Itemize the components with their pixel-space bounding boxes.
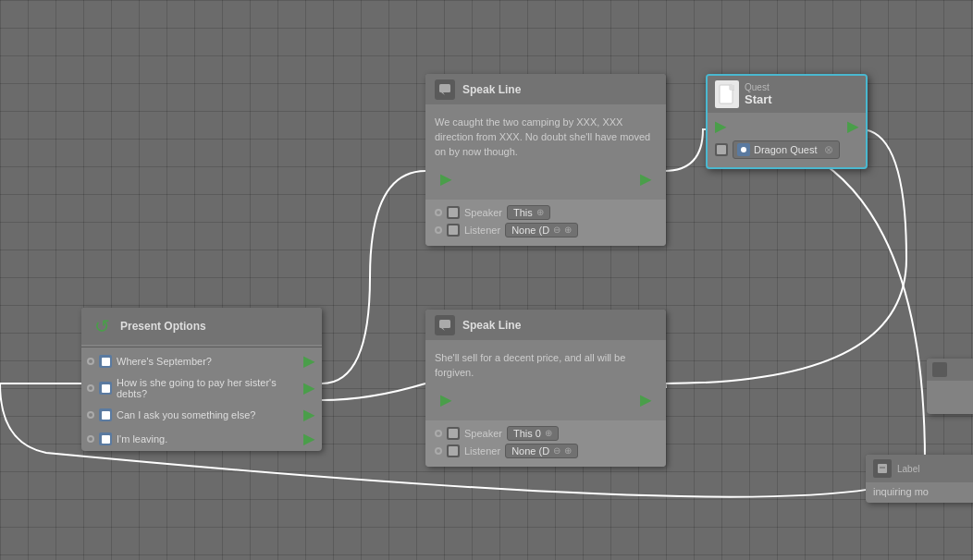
svg-rect-14 [449,429,458,438]
option-item-1: How is she going to pay her sister's deb… [81,373,322,403]
speaker-field-icon-top [447,206,460,219]
speak-line-bottom-footer: Speaker This 0 ⊕ Listener None (D ⊖ ⊕ [425,420,666,467]
speaker-label-bottom: Speaker [464,428,502,439]
quest-body: ▶ ▶ Dragon Quest ⊗ [708,113,866,167]
label-node: Label inquiring mo [866,455,973,503]
option-arrow-0: ▶ [303,353,314,370]
option-icon-3 [99,432,112,445]
quest-node: Quest Start ▶ ▶ Dragon Quest ⊗ [706,74,868,169]
options-list: Where's September? ▶ How is she going to… [81,347,322,451]
quest-label: Quest [745,82,772,92]
listener-dot-bottom [435,447,442,455]
label-body: inquiring mo [866,482,973,503]
option-arrow-2: ▶ [303,407,314,423]
dragon-quest-remove[interactable]: ⊗ [824,143,833,156]
speak-line-top-right-arrow: ▶ [640,169,651,189]
svg-rect-5 [730,85,734,90]
partial-node-icon [932,362,947,377]
speak-line-bottom-speaker-row: Speaker This 0 ⊕ [435,426,657,441]
speaker-field-icon-bottom [447,427,460,440]
option-text-3: I'm leaving. [117,433,299,444]
dragon-quest-tag[interactable]: Dragon Quest ⊗ [733,140,840,159]
options-title: Present Options [120,320,206,333]
svg-rect-11 [102,435,110,444]
speak-line-top-speaker-row: Speaker This ⊕ [435,205,657,220]
speak-line-bottom-icon [435,315,455,335]
speak-line-top-footer: Speaker This ⊕ Listener None (D ⊖ ⊕ [425,200,666,246]
option-arrow-3: ▶ [303,431,314,447]
speak-line-top-header: Speak Line [425,74,666,104]
listener-label-top: Listener [464,225,500,236]
listener-value-top[interactable]: None (D ⊖ ⊕ [505,223,578,237]
quest-icon [715,80,739,108]
options-header: ↺ Present Options [81,308,322,345]
option-item-0: Where's September? ▶ [81,349,322,373]
speak-line-bottom-left-arrow: ▶ [440,390,451,409]
option-item-2: Can I ask you something else? ▶ [81,403,322,427]
listener-label-bottom: Listener [464,445,500,457]
speak-line-top-connector: ▶ ▶ [435,165,657,192]
listener-field-icon-top [447,224,460,237]
svg-marker-1 [441,92,445,95]
speak-line-bottom-text: She'll sell for a decent price, and all … [435,347,657,386]
svg-rect-9 [102,384,110,393]
svg-rect-6 [717,145,726,154]
speak-line-top-icon [435,79,455,100]
option-item-3: I'm leaving. ▶ [81,427,322,451]
listener-value-bottom[interactable]: None (D ⊖ ⊕ [505,444,578,458]
speak-line-bottom-title: Speak Line [462,319,521,332]
speak-line-bottom-listener-row: Listener None (D ⊖ ⊕ [435,444,657,458]
quest-title-block: Quest Start [745,82,772,106]
speak-line-top-node: Speak Line We caught the two camping by … [425,74,666,246]
speak-line-top-body: We caught the two camping by XXX, XXX di… [425,104,666,200]
svg-rect-16 [878,464,887,473]
speak-line-bottom-node: Speak Line She'll sell for a decent pric… [425,310,666,467]
quest-field-icon [715,143,728,156]
svg-marker-13 [441,328,445,331]
listener-field-icon-bottom [447,444,460,457]
option-dot-0 [87,358,94,365]
quest-header: Quest Start [708,76,866,113]
label-icon [873,459,892,478]
speak-line-top-text: We caught the two camping by XXX, XXX di… [435,112,657,165]
svg-rect-12 [439,320,450,328]
quest-right-arrow: ▶ [847,118,858,135]
quest-left-arrow: ▶ [715,118,726,135]
quest-dragon-row: Dragon Quest ⊗ [715,140,858,159]
speak-line-top-title: Speak Line [462,83,521,96]
svg-rect-8 [102,358,110,366]
option-icon-0 [99,355,112,368]
dragon-quest-icon [737,143,750,156]
speaker-dot-bottom [435,430,442,437]
speaker-value-top[interactable]: This ⊕ [507,205,550,220]
option-dot-2 [87,411,94,419]
option-dot-1 [87,384,94,392]
options-icon: ↺ [91,315,113,337]
svg-rect-2 [449,208,458,217]
svg-rect-15 [449,446,458,456]
svg-rect-10 [102,411,110,420]
speaker-label-top: Speaker [464,207,502,218]
speaker-dot-top [435,209,442,216]
listener-dot-top [435,226,442,234]
speaker-value-bottom[interactable]: This 0 ⊕ [507,426,559,441]
speak-line-top-listener-row: Listener None (D ⊖ ⊕ [435,223,657,237]
svg-rect-0 [439,84,450,92]
speak-line-bottom-right-arrow: ▶ [640,390,651,409]
speak-line-bottom-body: She'll sell for a decent price, and all … [425,340,666,420]
speak-line-bottom-header: Speak Line [425,310,666,340]
option-arrow-1: ▶ [303,380,314,396]
option-icon-2 [99,408,112,421]
option-icon-1 [99,382,112,395]
option-text-1: How is she going to pay her sister's deb… [117,377,299,399]
present-options-node: ↺ Present Options Where's September? ▶ H… [81,308,322,451]
label-title: Label [897,464,919,474]
svg-rect-3 [449,225,458,235]
speak-line-bottom-connector: ▶ ▶ [435,386,657,413]
speak-line-top-left-arrow: ▶ [440,169,451,189]
svg-point-7 [741,147,746,152]
option-dot-3 [87,435,94,443]
option-text-0: Where's September? [117,356,299,367]
option-text-2: Can I ask you something else? [117,409,299,420]
partial-node-right [927,359,973,414]
